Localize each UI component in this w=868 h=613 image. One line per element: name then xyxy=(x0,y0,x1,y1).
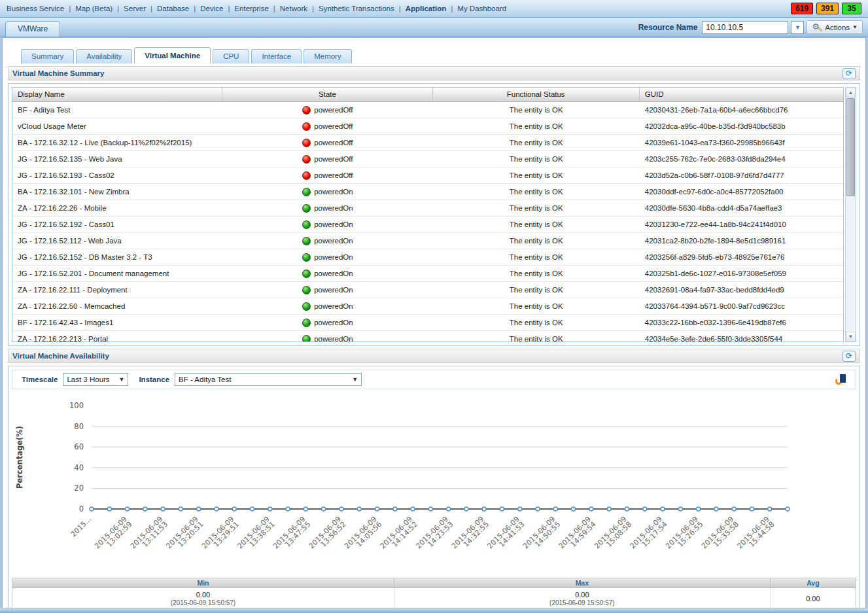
nav-item-map-beta[interactable]: Map (Beta) xyxy=(75,5,113,12)
timescale-select[interactable]: Last 3 Hours ▼ xyxy=(63,373,128,386)
instance-select[interactable]: BF - Aditya Test ▼ xyxy=(175,373,362,386)
data-point[interactable] xyxy=(232,507,236,511)
data-point[interactable] xyxy=(572,507,576,511)
column-header-functional-status[interactable]: Functional Status xyxy=(433,88,640,101)
main-content: SummaryAvailabilityVirtual MachineCPUInt… xyxy=(2,37,866,608)
table-row[interactable]: BA - 172.16.32.101 - New ZimbrapoweredOn… xyxy=(12,184,843,200)
alarm-badges: 61939135 xyxy=(791,3,861,14)
data-point[interactable] xyxy=(251,507,254,511)
data-point[interactable] xyxy=(215,507,218,511)
scroll-up-icon[interactable]: ▲ xyxy=(846,88,856,97)
data-point[interactable] xyxy=(482,507,486,511)
data-point[interactable] xyxy=(678,507,682,511)
data-point[interactable] xyxy=(179,507,182,511)
tab-summary[interactable]: Summary xyxy=(21,49,74,63)
data-point[interactable] xyxy=(268,507,272,511)
resource-dropdown-button[interactable]: ▼ xyxy=(791,21,804,34)
scrollbar-thumb[interactable] xyxy=(846,98,855,196)
nav-item-business-service[interactable]: Business Service xyxy=(7,5,64,12)
data-point[interactable] xyxy=(304,507,307,511)
resource-name-input[interactable]: 10.10.10.5 xyxy=(702,21,788,34)
table-row[interactable]: JG - 172.16.52.192 - Cass01poweredOnThe … xyxy=(12,217,843,233)
tab-cpu[interactable]: CPU xyxy=(213,49,249,63)
vm-guid: 4203d52a-c0b6-58f7-0108-97d6fd7d4777 xyxy=(640,171,843,179)
data-point[interactable] xyxy=(428,507,432,511)
data-point[interactable] xyxy=(411,507,415,511)
data-point[interactable] xyxy=(768,507,772,511)
data-point[interactable] xyxy=(126,507,130,511)
data-point[interactable] xyxy=(393,507,397,511)
alarm-badge[interactable]: 619 xyxy=(791,3,813,14)
vm-table-scrollbar[interactable]: ▲ ▼ xyxy=(845,87,856,342)
tab-interface[interactable]: Interface xyxy=(251,49,302,63)
nav-item-application[interactable]: Application xyxy=(406,5,447,12)
y-tick-label: 40 xyxy=(74,463,84,472)
column-header-state[interactable]: State xyxy=(222,88,432,101)
data-point[interactable] xyxy=(732,507,736,511)
table-row[interactable]: ZA - 172.16.22.111 - DeploymentpoweredOn… xyxy=(12,282,843,298)
nav-item-server[interactable]: Server xyxy=(124,5,146,12)
alarm-badge[interactable]: 35 xyxy=(842,3,861,14)
refresh-button[interactable]: ⟳ xyxy=(842,68,856,79)
app-tab-vmware[interactable]: VMWare xyxy=(5,21,60,37)
nav-item-network[interactable]: Network xyxy=(280,5,307,12)
table-row[interactable]: JG - 172.16.52.152 - DB Master 3.2 - T3p… xyxy=(12,249,843,266)
data-point[interactable] xyxy=(625,507,629,511)
actions-button[interactable]: ⚙✎ Actions ▼ xyxy=(807,20,863,34)
nav-item-database[interactable]: Database xyxy=(157,5,189,12)
scroll-down-icon[interactable]: ▼ xyxy=(846,332,856,342)
nav-item-synthetic-transactions[interactable]: Synthetic Transactions xyxy=(319,5,394,12)
refresh-button[interactable]: ⟳ xyxy=(842,351,856,362)
data-point[interactable] xyxy=(589,507,593,511)
table-row[interactable]: vCloud Usage MeterpoweredOffThe entity i… xyxy=(12,118,843,135)
vm-state-label: poweredOn xyxy=(314,237,353,245)
data-point[interactable] xyxy=(697,507,701,511)
tab-virtual-machine[interactable]: Virtual Machine xyxy=(134,47,211,63)
data-point[interactable] xyxy=(500,507,504,511)
data-point[interactable] xyxy=(322,507,326,511)
state-orb-icon xyxy=(302,106,311,114)
table-row[interactable]: BA - 172.16.32.12 - Live (Backup-11%2f02… xyxy=(12,135,843,151)
nav-item-device[interactable]: Device xyxy=(200,5,223,12)
data-point[interactable] xyxy=(661,507,665,511)
tab-memory[interactable]: Memory xyxy=(304,49,352,63)
table-row[interactable]: BF - Aditya TestpoweredOffThe entity is … xyxy=(12,102,843,118)
tab-availability[interactable]: Availability xyxy=(76,49,132,63)
column-header-guid[interactable]: GUID xyxy=(640,88,843,101)
avg-header: Avg xyxy=(771,578,856,587)
data-point[interactable] xyxy=(607,507,611,511)
nav-item-my-dashboard[interactable]: My Dashboard xyxy=(457,5,506,12)
table-row[interactable]: ZA - 172.16.22.50 - MemcachedpoweredOnTh… xyxy=(12,298,843,315)
data-point[interactable] xyxy=(161,507,165,511)
data-point[interactable] xyxy=(447,507,451,511)
data-point[interactable] xyxy=(90,507,94,511)
table-row[interactable]: ZA - 172.16.22.213 - PortalpoweredOnThe … xyxy=(12,331,843,342)
report-view-icon[interactable] xyxy=(835,374,846,385)
table-row[interactable]: JG - 172.16.52.201 - Document management… xyxy=(12,266,843,282)
stats-values: 0.00 (2015-06-09 15:50:57) 0.00 (2015-06… xyxy=(12,588,856,608)
data-point[interactable] xyxy=(464,507,468,511)
data-point[interactable] xyxy=(750,507,754,511)
scrollbar-track[interactable] xyxy=(846,197,856,332)
table-row[interactable]: BF - 172.16.42.43 - Images1poweredOnThe … xyxy=(12,315,843,331)
data-point[interactable] xyxy=(536,507,540,511)
table-row[interactable]: JG - 172.16.52.193 - Cass02poweredOffThe… xyxy=(12,167,843,184)
data-point[interactable] xyxy=(339,507,343,511)
table-row[interactable]: JG - 172.16.52.135 - Web JavapoweredOffT… xyxy=(12,151,843,167)
data-point[interactable] xyxy=(107,507,111,511)
data-point[interactable] xyxy=(518,507,522,511)
nav-item-enterprise[interactable]: Enterprise xyxy=(234,5,268,12)
data-point[interactable] xyxy=(643,507,647,511)
data-point[interactable] xyxy=(197,507,201,511)
data-point[interactable] xyxy=(786,507,790,511)
table-row[interactable]: ZA - 172.16.22.26 - MobilepoweredOnThe e… xyxy=(12,200,843,217)
data-point[interactable] xyxy=(553,507,557,511)
data-point[interactable] xyxy=(286,507,290,511)
column-header-display-name[interactable]: Display Name xyxy=(12,88,222,101)
alarm-badge[interactable]: 391 xyxy=(816,3,839,14)
data-point[interactable] xyxy=(375,507,379,511)
data-point[interactable] xyxy=(357,507,361,511)
table-row[interactable]: JG - 172.16.52.112 - Web JavapoweredOnTh… xyxy=(12,233,843,249)
data-point[interactable] xyxy=(714,507,718,511)
data-point[interactable] xyxy=(143,507,147,511)
